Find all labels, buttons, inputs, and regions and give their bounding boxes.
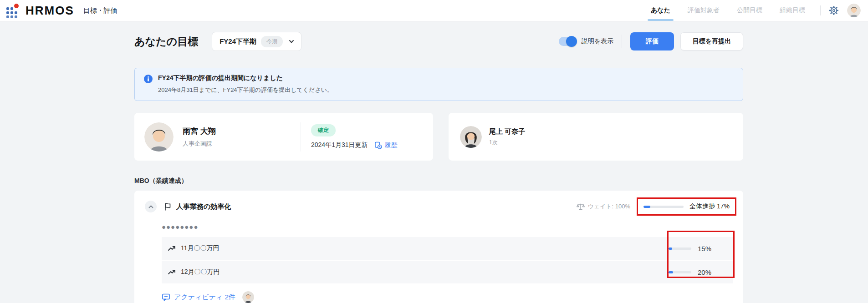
evaluator-avatar	[460, 126, 482, 148]
page-title: あなたの目標	[134, 35, 198, 49]
page-actions: 説明を表示 評価 目標を再提出	[559, 32, 743, 50]
history-link-label: 履歴	[385, 141, 398, 149]
collapse-button[interactable]	[145, 201, 157, 212]
goal-owner-card: 雨宮 大翔 人事企画課 確定 2024年1月31日更新	[134, 113, 433, 161]
banner-description: 2024年8月31日までに、FY24下半期の評価を提出してください。	[158, 86, 333, 94]
nav-tab-evaluatees[interactable]: 評価対象者	[679, 0, 728, 21]
period-selector[interactable]: FY24下半期 今期	[212, 32, 301, 51]
evaluate-button[interactable]: 評価	[630, 32, 674, 50]
owner-status: 確定 2024年1月31日更新 履歴	[301, 124, 433, 149]
owner-department: 人事企画課	[183, 140, 216, 148]
goal-card: 人事業務の効率化 ウェイト: 100% 全体進捗 17%	[134, 191, 743, 303]
top-nav: あなた 評価対象者 公開目標 組織目標	[642, 0, 861, 21]
overall-progress-bar	[643, 206, 684, 208]
evaluator-card: 尾上 可奈子 1次	[449, 113, 743, 161]
period-label: FY24下半期	[220, 37, 256, 46]
nav-divider	[820, 5, 821, 15]
chevron-up-icon	[148, 204, 154, 210]
hrmos-logo-icon	[6, 4, 20, 17]
user-avatar[interactable]	[847, 4, 861, 17]
key-result-progress-bar	[669, 247, 691, 250]
goal-header: 人事業務の効率化 ウェイト: 100% 全体進捗 17%	[134, 197, 743, 216]
trending-up-icon	[168, 244, 176, 252]
overall-progress-label: 全体進捗 17%	[689, 202, 730, 211]
main-content: あなたの目標 FY24下半期 今期 説明を表示 評価 目標を再提出	[134, 21, 743, 303]
comment-icon	[162, 293, 170, 302]
key-result-title: 12月〇〇万円	[181, 268, 220, 276]
trending-up-icon	[168, 268, 176, 276]
nav-tab-public-goals[interactable]: 公開目標	[728, 0, 771, 21]
activity-avatar[interactable]	[242, 291, 254, 303]
updated-row: 2024年1月31日更新 履歴	[311, 141, 433, 149]
updated-date: 2024年1月31日更新	[311, 141, 368, 149]
key-result-row[interactable]: 12月〇〇万円 20%	[162, 261, 733, 283]
show-description-toggle[interactable]	[559, 37, 576, 46]
goal-weight: ウェイト: 100%	[577, 202, 630, 211]
hrmos-logo[interactable]: HRMOS 目標・評価	[6, 4, 117, 18]
flag-icon	[163, 202, 172, 211]
banner-body: FY24下半期の評価の提出期間になりました 2024年8月31日までに、FY24…	[158, 74, 333, 94]
banner-title: FY24下半期の評価の提出期間になりました	[158, 74, 333, 82]
info-banner: FY24下半期の評価の提出期間になりました 2024年8月31日までに、FY24…	[134, 68, 743, 101]
current-period-badge: 今期	[261, 36, 283, 47]
key-result-percent: 15%	[698, 245, 716, 252]
activity-link-label: アクティビティ 2件	[174, 293, 235, 302]
mbo-section-title: MBO（業績達成）	[134, 177, 743, 185]
status-badge: 確定	[311, 124, 336, 136]
goal-title: 人事業務の効率化	[176, 202, 231, 211]
key-result-progress: 20%	[669, 268, 716, 276]
nav-tab-yours[interactable]: あなた	[642, 0, 679, 21]
product-name: 目標・評価	[83, 6, 117, 15]
settings-gear-icon[interactable]	[827, 4, 841, 17]
activity-row: アクティビティ 2件	[162, 291, 743, 303]
owner-avatar	[144, 122, 174, 152]
evaluator-name: 尾上 可奈子	[489, 127, 525, 136]
toggle-label: 説明を表示	[582, 37, 613, 45]
key-result-list: 11月〇〇万円 15% 12月〇〇万円	[162, 237, 733, 283]
key-result-progress-bar	[669, 271, 691, 273]
page-header: あなたの目標 FY24下半期 今期 説明を表示 評価 目標を再提出	[134, 31, 743, 51]
history-link[interactable]: 履歴	[374, 141, 398, 149]
owner-name: 雨宮 大翔	[183, 126, 216, 136]
chevron-down-icon	[288, 38, 295, 45]
annotation-box-overall: 全体進捗 17%	[637, 197, 736, 216]
history-icon	[374, 141, 382, 149]
goal-masked-description: ●●●●●●●●	[162, 223, 743, 231]
key-result-percent: 20%	[698, 268, 716, 276]
key-result-row[interactable]: 11月〇〇万円 15%	[162, 237, 733, 260]
nav-tab-org-goals[interactable]: 組織目標	[771, 0, 814, 21]
activity-link[interactable]: アクティビティ 2件	[162, 293, 235, 302]
key-result-title: 11月〇〇万円	[181, 244, 220, 252]
actions-divider	[622, 35, 622, 48]
brand-name: HRMOS	[26, 4, 74, 18]
weight-label: ウェイト: 100%	[587, 202, 630, 211]
key-result-progress: 15%	[669, 245, 716, 252]
people-cards: 雨宮 大翔 人事企画課 確定 2024年1月31日更新	[134, 113, 743, 161]
owner-identity: 雨宮 大翔 人事企画課	[183, 126, 216, 148]
evaluator-identity: 尾上 可奈子 1次	[489, 127, 525, 146]
info-icon	[144, 75, 153, 94]
app-root: HRMOS 目標・評価 あなた 評価対象者 公開目標 組織目標	[0, 0, 868, 303]
resubmit-goals-button[interactable]: 目標を再提出	[680, 32, 743, 50]
top-bar: HRMOS 目標・評価 あなた 評価対象者 公開目標 組織目標	[0, 0, 868, 21]
evaluator-role: 1次	[489, 139, 525, 146]
scale-icon	[577, 202, 585, 211]
